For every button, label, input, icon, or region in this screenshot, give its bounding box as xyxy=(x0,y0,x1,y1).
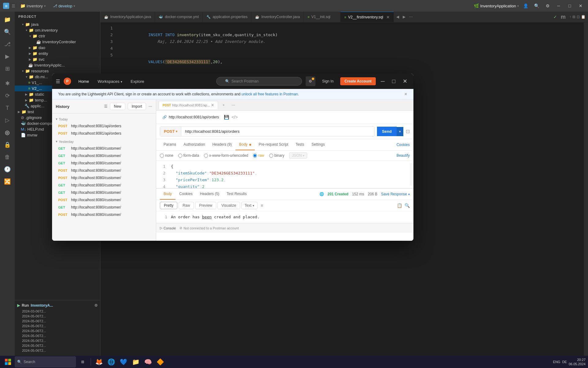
pm-banner-link[interactable]: unlock all free features in Postman. xyxy=(242,92,299,96)
settings-icon[interactable]: ⚙ xyxy=(543,2,552,10)
extra-icon-2[interactable]: ⟳ xyxy=(2,90,13,101)
extra-icon-3[interactable]: T xyxy=(2,102,13,113)
pm-minimize-icon[interactable]: ─ xyxy=(378,77,387,86)
taskbar-intellij[interactable]: 🧠 xyxy=(142,356,153,367)
pm-view-visualize[interactable]: Visualize xyxy=(217,202,240,209)
pm-method-dropdown[interactable]: POST ▾ xyxy=(160,127,181,136)
pm-history-item-y-9[interactable]: GET http://localhost:8080/customer/ xyxy=(52,204,156,211)
search-icon[interactable]: 🔍 xyxy=(2,26,13,37)
pm-search-box[interactable]: 🔍 Search Postman xyxy=(216,77,302,86)
pm-nav-workspaces[interactable]: Workspaces ▾ xyxy=(94,77,126,86)
pm-resp-tab-cookies[interactable]: Cookies xyxy=(175,189,196,200)
pm-history-item-today-2[interactable]: POST http://localhost:8081/api/orders xyxy=(52,130,156,137)
pm-history-item-y-1[interactable]: GET http://localhost:8080/customer/ xyxy=(52,145,156,152)
tab-v2-sql-active[interactable]: ≡ V2__firstInventory.sql ✕ xyxy=(341,12,394,22)
pm-history-item-y-8[interactable]: POST http://localhost:8080/customer/ xyxy=(52,196,156,204)
explorer-icon[interactable]: 📁 xyxy=(2,14,13,25)
run-date-3[interactable]: 2024-05-06T2... xyxy=(15,319,100,324)
pm-history-item-y-4[interactable]: POST http://localhost:8080/customer/ xyxy=(52,167,156,174)
pm-connection-status[interactable]: ⊘ Not connected to a Postman account xyxy=(179,226,239,230)
search-icon[interactable]: 🔍 xyxy=(532,2,541,10)
pm-radio-urlencoded[interactable]: x-www-form-urlencoded xyxy=(204,153,248,158)
run-date-9[interactable]: 2024-05-06T2... xyxy=(15,348,100,353)
pm-save-icon[interactable]: 💾 xyxy=(224,115,229,120)
pm-create-account-button[interactable]: Create Account xyxy=(340,77,376,85)
pm-add-tab-button[interactable]: ＋ xyxy=(219,101,228,109)
pm-view-preview[interactable]: Preview xyxy=(195,202,216,209)
maximize-icon[interactable]: □ xyxy=(565,2,574,10)
pm-save-response-button[interactable]: Save Response ▾ xyxy=(381,192,410,196)
pm-maximize-icon[interactable]: □ xyxy=(390,77,398,86)
tab-application-properties[interactable]: 🔧 application.properties xyxy=(203,12,251,22)
pm-radio-formdata[interactable]: form-data xyxy=(178,153,199,158)
hamburger-icon[interactable]: ☰ xyxy=(12,4,15,8)
run-date-4[interactable]: 2024-05-06T2... xyxy=(15,324,100,328)
taskbar-postman[interactable]: 🔶 xyxy=(155,356,166,367)
pm-req-tab-active[interactable]: POST http://localhost:8081/ap... ✕ xyxy=(159,101,218,109)
pm-more-tabs-button[interactable]: ⋯ xyxy=(229,102,238,109)
close-icon[interactable]: ✕ xyxy=(576,2,585,10)
run-debug-icon[interactable]: ▶ xyxy=(2,51,13,62)
tab-more[interactable]: ⋯ xyxy=(408,13,414,20)
extra-icon-4[interactable]: ▷ xyxy=(2,115,13,126)
extensions-icon[interactable]: ⊞ xyxy=(2,63,13,74)
pm-code-icon[interactable]: </> xyxy=(232,115,238,120)
pm-text-format-selector[interactable]: Text ▾ xyxy=(241,202,258,209)
pm-search-resp-icon[interactable]: 🔍 xyxy=(405,203,410,208)
pm-json-code[interactable]: { "itemSkuCode":"DE3426GES34233111", "pr… xyxy=(168,163,410,186)
run-date-8[interactable]: 2024-05-06T2... xyxy=(15,343,100,348)
tab-v1-sql[interactable]: ≡ V1__init.sql xyxy=(304,12,341,22)
pm-filter-icon[interactable]: ☰ xyxy=(104,104,107,109)
extra-icon-8[interactable]: 🕐 xyxy=(2,164,13,175)
pm-radio-none[interactable]: none xyxy=(160,153,173,158)
pm-history-item-y-7[interactable]: GET http://localhost:8080/customer/ xyxy=(52,189,156,196)
tree-item-entity[interactable]: ▶ 📁 entity xyxy=(15,51,100,56)
pm-tab-close[interactable]: ✕ xyxy=(211,103,214,107)
tree-item-resources[interactable]: ▾ 📁 resources xyxy=(15,68,100,74)
pm-banner-close-icon[interactable]: ✕ xyxy=(404,92,407,96)
pm-tab-tests[interactable]: Tests xyxy=(292,139,308,150)
pm-new-button[interactable]: New xyxy=(110,103,125,110)
run-date-7[interactable]: 2024-05-06T2... xyxy=(15,338,100,343)
tab-inventory-application[interactable]: ☕ InventoryApplication.java xyxy=(100,12,155,22)
pm-more-icon[interactable]: ⋯ xyxy=(149,104,152,109)
checkmark-icon[interactable]: ✓ xyxy=(553,14,557,19)
editor-action-1[interactable]: m xyxy=(561,14,566,20)
pm-cookies-link[interactable]: Cookies xyxy=(397,143,410,147)
run-date-1[interactable]: 2024-03-06T2... xyxy=(15,309,100,314)
pm-json-scrollbar[interactable] xyxy=(410,163,413,186)
pm-tab-headers[interactable]: Headers (9) xyxy=(209,139,235,150)
extra-icon-1[interactable]: ✱ xyxy=(2,78,13,89)
run-date-5[interactable]: 2024-05-06T2... xyxy=(15,328,100,333)
pm-history-item-y-3[interactable]: GET http://localhost:8080/customer/ xyxy=(52,159,156,167)
taskbar-chrome[interactable]: 🌐 xyxy=(106,356,117,367)
pm-req-save-icon[interactable]: ⊡ xyxy=(406,128,410,134)
tab-inventory-controller[interactable]: ☕ InventoryController.java xyxy=(251,12,304,22)
pm-signin-button[interactable]: Sign In xyxy=(318,77,338,85)
pm-hamburger-icon[interactable]: ☰ xyxy=(56,79,60,84)
pm-tab-body[interactable]: Body xyxy=(236,139,255,150)
pm-format-selector[interactable]: JSON ▾ xyxy=(289,152,307,159)
extra-icon-5[interactable]: ◎ xyxy=(2,127,13,138)
pm-url-input[interactable]: http://localhost:8081/api/orders xyxy=(181,127,374,136)
extra-icon-9[interactable]: 🔀 xyxy=(2,176,13,187)
tab-scroll-right[interactable]: ▶ xyxy=(401,13,407,20)
pm-json-editor[interactable]: 1 2 3 4 5 { "itemSkuCode":"DE3426GES3423… xyxy=(156,161,413,188)
pm-history-today-header[interactable]: ▾ Today xyxy=(52,116,156,122)
taskbar-file-manager[interactable]: 📁 xyxy=(130,356,141,367)
extra-icon-6[interactable]: 🔒 xyxy=(2,139,13,150)
pm-console-button[interactable]: ▷ Console xyxy=(160,226,176,230)
tree-item-ctrlr[interactable]: ▾ 📁 ctrlr xyxy=(15,33,100,39)
pm-beautify-button[interactable]: Beautify xyxy=(397,153,410,158)
tab-close-icon[interactable]: ✕ xyxy=(386,15,390,20)
pm-send-chevron[interactable]: ▾ xyxy=(397,127,403,136)
taskbar-firefox[interactable]: 🦊 xyxy=(93,356,104,367)
pm-tab-params[interactable]: Params xyxy=(160,139,180,150)
editor-action-4[interactable]: ⊡ xyxy=(577,15,580,19)
pm-nav-explore[interactable]: Explore xyxy=(127,77,148,86)
pm-history-yesterday-header[interactable]: ▾ Yesterday xyxy=(52,138,156,145)
run-date-6[interactable]: 2024-05-06T2... xyxy=(15,333,100,338)
person-icon[interactable]: 👤 xyxy=(521,2,530,10)
pm-nav-home[interactable]: Home xyxy=(75,77,93,86)
pm-history-item-today-1[interactable]: POST http://localhost:8081/api/orders xyxy=(52,122,156,130)
